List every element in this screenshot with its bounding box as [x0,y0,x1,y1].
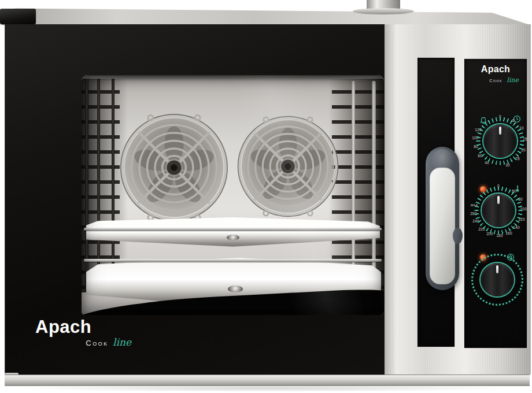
cook-wordmark: Cook [86,339,108,347]
temperature-knob[interactable] [482,194,515,227]
glass-vignette [82,75,384,315]
line-wordmark: line [507,76,519,84]
humidity-knob[interactable] [481,263,514,296]
cook-wordmark: Cook [489,79,503,83]
top-panel [0,7,532,25]
humidity-dial [468,251,526,309]
panel-brand-logo: Apach Cook line [464,65,527,84]
handle-finger-notch [453,228,463,244]
vent-flange [353,8,414,14]
knob-pointer [496,265,498,273]
oven-door: Apach Cook line [5,24,385,375]
handle-steel-face [430,168,455,284]
base-plinth [5,375,530,386]
brand-wordmark: Apach [464,65,527,74]
door-brand-logo: Apach Cook line [35,318,134,348]
ground-shadow [17,385,515,392]
door-glass-window [82,75,384,315]
line-wordmark: line [113,336,131,348]
timer-knob[interactable] [483,124,517,158]
top-hinge-box [0,9,36,24]
timer-dial: 0 5 10 15 20 25 30 40 60 80 100 120 [471,112,529,170]
brand-wordmark: Apach [35,318,134,336]
oven-product-photo: Apach Cook line Apach Cook [0,0,532,393]
brand-subline: Cook line [464,74,527,84]
knob-pointer [499,127,501,135]
knob-pointer [497,196,500,204]
right-stainless-column: Apach Cook line 0 [385,24,531,375]
temperature-dial: 0 60 80 100 120 140 160 180 200 220 240 … [470,181,527,239]
oven-front: Apach Cook line Apach Cook [3,24,531,375]
door-handle[interactable] [426,147,459,290]
brand-subline: Cook line [35,336,134,348]
control-panel: Apach Cook line 0 [464,59,527,348]
